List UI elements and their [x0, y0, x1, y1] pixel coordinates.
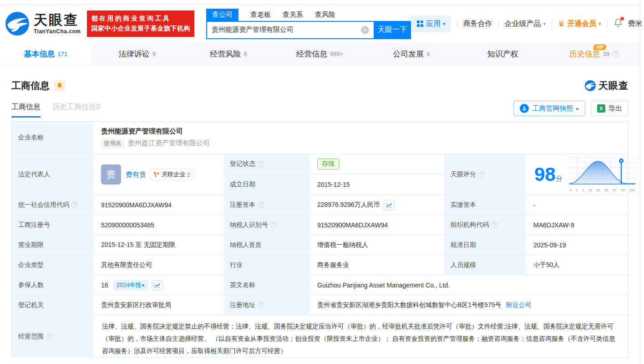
tab-operation-risk[interactable]: 经营风险 6: [183, 43, 274, 65]
help-icon[interactable]: ?: [258, 161, 264, 168]
nav-cooperation[interactable]: 商务合作: [463, 19, 492, 29]
tianyancha-logo-icon: [5, 11, 30, 36]
nearby-companies-link[interactable]: 附近公司: [506, 301, 531, 309]
trend-chart-icon[interactable]: [384, 200, 395, 210]
trend-chart-icon[interactable]: [152, 280, 163, 290]
top-nav: 应用 ▾ 商务合作 企业级产品 ▾ ♛ 开通会员 ▾: [411, 15, 644, 32]
related-companies-badge[interactable]: 关联企业 2: [150, 169, 194, 180]
help-icon[interactable]: ?: [258, 302, 264, 308]
notification-bell[interactable]: [614, 18, 623, 29]
help-icon[interactable]: ?: [491, 221, 498, 228]
score-distribution-chart[interactable]: 01 315 5085 9799 100: [569, 157, 636, 192]
nav-vip-label: 开通会员: [567, 19, 596, 29]
watermark-text: 天眼查: [598, 79, 629, 92]
staff-size-value: 小于50人: [526, 255, 628, 275]
table-row: 登记机关 贵州贵安新区行政审批局 注册地址 ? 贵州省贵安新区湖潮乡贵阳大数据科…: [12, 295, 628, 315]
snapshot-button[interactable]: 工商官网快照 ▸: [513, 101, 585, 116]
nav-enterprise[interactable]: 企业级产品 ▾: [505, 19, 546, 29]
export-button[interactable]: X 导出: [591, 101, 629, 116]
tab-label: 经营信息: [296, 49, 327, 59]
subtab-history-business-info[interactable]: 历史工商信息0: [52, 103, 100, 118]
main-tab-bar: 基本信息 171 法律诉讼 9 经营风险 6 经营信息 999+ 公司发展 4 …: [0, 43, 640, 66]
legal-rep-link[interactable]: 费有贵: [126, 170, 146, 179]
taxpayer-id-label: 纳税人识别号 ?: [223, 215, 310, 235]
table-row: 经营范围 ? 法律、法规、国务院决定规定禁止的不得经营；法律、法规、国务院决定规…: [12, 315, 628, 357]
english-name-label: 英文名称: [223, 275, 310, 295]
nav-vip[interactable]: ♛ 开通会员 ▾: [558, 19, 601, 29]
nav-apps[interactable]: 应用 ▾: [411, 15, 451, 32]
subtab-actions: 工商官网快照 ▸ X 导出: [513, 101, 629, 116]
reg-authority-label: 登记机关: [12, 295, 94, 315]
uscc-label: 统一社会信用代码 ?: [12, 195, 94, 215]
help-icon[interactable]: ?: [612, 51, 619, 57]
table-row: 法定代表人 费 费有贵 关联企业 2: [12, 154, 628, 195]
score-label: 天眼评分 ?: [444, 154, 526, 195]
establish-date-label: 成立日期: [223, 174, 310, 195]
content: 工商信息 天眼查 工商信息 历史工商信息0: [0, 79, 640, 358]
help-icon[interactable]: ?: [46, 333, 53, 340]
chevron-down-icon: ▾: [598, 21, 601, 27]
table-row: 企业名称 贵州能源资产管理有限公司 曾用名 贵州盘江资产管理有限公司: [12, 122, 628, 154]
search-input[interactable]: [206, 21, 374, 39]
header: 天眼查 TianYanCha.com 都在用的商业查询工具 国家中小企业发展子基…: [0, 5, 640, 43]
stamp-icon: [520, 104, 529, 113]
search-button[interactable]: 天眼一下: [374, 21, 411, 39]
logo-text: 天眼查 TianYanCha.com: [34, 13, 81, 34]
company-name: 贵州能源资产管理有限公司: [101, 127, 183, 136]
monitor-bell-button[interactable]: [54, 80, 65, 91]
avatar[interactable]: 费: [101, 164, 121, 185]
reg-no-label: 工商注册号: [12, 215, 94, 235]
company-type-value: 其他有限责任公司: [94, 255, 223, 275]
subtab-business-info[interactable]: 工商信息: [11, 103, 41, 118]
annual-report-badge[interactable]: 2024年报 ▸: [113, 280, 148, 291]
nav-enterprise-label: 企业级产品: [505, 19, 541, 29]
score-value: 98: [534, 164, 556, 185]
help-icon[interactable]: ?: [258, 201, 264, 208]
promo-banner: 都在用的商业查询工具 国家中小企业发展子基金旗下机构: [87, 10, 194, 36]
status-badge: 存续: [317, 159, 339, 169]
promo-line1: 都在用的商业查询工具: [91, 14, 190, 24]
search-tab-relation[interactable]: 查关系: [283, 9, 303, 21]
search-tabs: 查公司 查老板 查关系 查风险: [206, 9, 411, 21]
table-row: 统一社会信用代码 ? 91520900MA6DJXAW94 注册资本 ? 228…: [12, 195, 628, 215]
nav-user[interactable]: 费米 ▾: [628, 19, 644, 29]
top-strip: [0, 0, 640, 5]
tab-label: 公司发展: [393, 49, 424, 59]
nav-cooperation-label: 商务合作: [463, 19, 492, 29]
site-logo[interactable]: 天眼查 TianYanCha.com: [5, 11, 81, 36]
industry-value: 商务服务业: [310, 255, 444, 275]
insured-value: 16 2024年报 ▸: [94, 275, 223, 295]
reg-status-label: 登记状态 ?: [223, 154, 310, 174]
industry-label: 行业: [223, 255, 310, 275]
org-code-value: MA6DJXAW-9: [526, 215, 628, 235]
help-icon[interactable]: ?: [478, 171, 485, 178]
reg-authority-value: 贵州贵安新区行政审批局: [94, 295, 223, 315]
tab-intellectual-property[interactable]: 知识产权: [457, 43, 548, 65]
legal-rep-label: 法定代表人: [12, 154, 94, 195]
tab-company-development[interactable]: 公司发展 4: [365, 43, 457, 65]
company-type-label: 企业类型: [12, 255, 94, 275]
scope-value: 法律、法规、国务院决定规定禁止的不得经营；法律、法规、国务院决定规定应当许可（审…: [94, 315, 628, 357]
tab-legal-litigation[interactable]: 法律诉讼 9: [91, 43, 183, 65]
logo-domain: TianYanCha.com: [34, 29, 81, 34]
clear-icon[interactable]: ✕: [361, 26, 369, 34]
tab-history-info[interactable]: VIP 历史信息 39 ?: [548, 43, 640, 65]
page: 天眼查 TianYanCha.com 都在用的商业查询工具 国家中小企业发展子基…: [0, 0, 640, 364]
help-icon[interactable]: ?: [270, 221, 277, 228]
help-icon[interactable]: ?: [71, 201, 78, 208]
arrow-right-icon: ▸: [576, 106, 579, 112]
tab-count: 9: [152, 51, 156, 57]
legal-rep-cell: 费 费有贵 关联企业 2: [94, 154, 223, 195]
nav-separator: [552, 20, 552, 27]
search-tab-company[interactable]: 查公司: [206, 9, 238, 21]
search-tab-boss[interactable]: 查老板: [250, 9, 271, 21]
logo-title: 天眼查: [34, 13, 81, 27]
establish-date-cell: 2015-12-15: [310, 174, 444, 195]
insured-label: 参保人数: [12, 275, 94, 295]
tab-count: 171: [58, 51, 68, 57]
search-tab-risk[interactable]: 查风险: [315, 9, 335, 21]
tab-count: 6: [244, 51, 247, 57]
tab-basic-info[interactable]: 基本信息 171: [0, 43, 91, 65]
tab-operation-info[interactable]: 经营信息 999+: [274, 43, 366, 65]
taxpayer-qual-label: 纳税人资质: [223, 235, 310, 255]
